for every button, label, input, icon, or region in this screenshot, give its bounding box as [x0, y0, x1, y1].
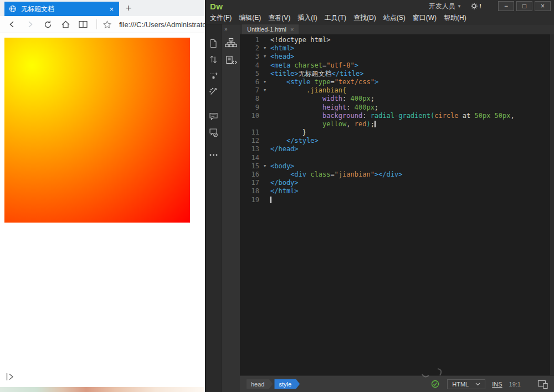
document-tab-bar: Untitled-1.html ×	[240, 24, 554, 34]
menu-item[interactable]: 插入(I)	[297, 13, 317, 23]
cursor-position: 19:1	[509, 381, 521, 388]
dw-menubar: 文件(F)编辑(E)查看(V)插入(I)工具(T)查找(D)站点(S)窗口(W)…	[206, 12, 554, 24]
favorites-star-icon[interactable]	[101, 19, 112, 29]
minimize-button[interactable]: −	[498, 1, 514, 11]
sidebar-expand-icon[interactable]	[6, 372, 16, 381]
line-number: 16	[240, 171, 259, 179]
status-bar: head style HTML INS 1	[240, 375, 554, 392]
code-text: </style>	[270, 137, 319, 145]
lint-ok-check-icon	[431, 380, 439, 388]
refresh-icon[interactable]	[42, 19, 53, 29]
fold-arrow-icon[interactable]: ▼	[259, 53, 270, 61]
expand-panels-icon[interactable]: »	[222, 24, 240, 35]
code-text: </head>	[270, 145, 299, 153]
menu-item[interactable]: 帮助(H)	[444, 13, 466, 23]
document-tab-close-icon[interactable]: ×	[290, 26, 294, 33]
fold-arrow-icon[interactable]: ▼	[259, 162, 270, 171]
code-row: 18</html>	[240, 187, 554, 195]
line-number: 13	[240, 145, 259, 153]
chevron-down-icon	[475, 383, 480, 386]
fold-gutter	[259, 61, 270, 70]
home-icon[interactable]	[60, 19, 71, 29]
code-row: 7▼ .jianbian{	[240, 86, 554, 95]
close-button[interactable]: ×	[535, 1, 551, 11]
line-number: 1	[240, 36, 259, 44]
screen-artifact	[418, 368, 451, 379]
reading-list-icon[interactable]	[78, 19, 89, 29]
doctype-dropdown[interactable]: HTML	[447, 379, 485, 389]
fold-gutter	[259, 112, 270, 120]
device-preview-icon[interactable]	[537, 380, 548, 389]
tag-selector-head[interactable]: head	[247, 379, 273, 389]
back-icon[interactable]	[7, 19, 18, 29]
code-text	[270, 196, 271, 204]
fold-gutter	[259, 145, 270, 153]
line-number	[240, 120, 259, 128]
radial-gradient-preview	[4, 38, 190, 223]
apply-comment-icon[interactable]	[209, 112, 218, 121]
fold-arrow-icon[interactable]: ▼	[259, 86, 270, 95]
code-text: </body>	[270, 179, 299, 187]
menu-item[interactable]: 查找(D)	[353, 13, 376, 23]
dom-tree-icon[interactable]	[225, 38, 237, 49]
fold-arrow-icon[interactable]: ▼	[259, 44, 270, 53]
code-text: <title>无标题文档</title>	[270, 70, 363, 78]
insert-mode-indicator[interactable]: INS	[492, 381, 502, 388]
maximize-button[interactable]: □	[516, 1, 532, 11]
menu-item[interactable]: 查看(V)	[268, 13, 290, 23]
line-number: 19	[240, 196, 259, 204]
file-transfer-arrows-icon[interactable]	[209, 55, 218, 64]
snippets-icon[interactable]	[225, 55, 237, 66]
fold-arrow-icon[interactable]: ▼	[259, 78, 270, 86]
remove-comment-icon[interactable]	[209, 128, 218, 137]
document-icon[interactable]	[209, 39, 218, 48]
code-row: 12 </style>	[240, 137, 554, 145]
menu-item[interactable]: 工具(T)	[325, 13, 346, 23]
workspace-switcher[interactable]: 开发人员 ▾	[429, 2, 461, 11]
forward-icon[interactable]	[24, 19, 35, 29]
coding-toolbar	[206, 24, 222, 392]
code-row: 4<meta charset="utf-8">	[240, 61, 554, 70]
browser-tab[interactable]: 无标题文档 ×	[4, 2, 119, 16]
sync-settings-button[interactable]: !	[470, 2, 481, 10]
code-row: 11 }	[240, 128, 554, 137]
line-number: 3	[240, 53, 259, 61]
tag-selector-style[interactable]: style	[274, 379, 300, 389]
fold-gutter	[259, 70, 270, 78]
line-number: 8	[240, 95, 259, 103]
line-number: 14	[240, 154, 259, 162]
screen: 无标题文档 × +	[0, 0, 554, 392]
menu-item[interactable]: 窗口(W)	[413, 13, 437, 23]
new-tab-button[interactable]: +	[119, 2, 138, 16]
code-text: <html>	[270, 44, 294, 53]
desktop-wallpaper-strip	[0, 387, 205, 392]
code-row: 13</head>	[240, 145, 554, 153]
line-number: 2	[240, 44, 259, 53]
code-text: </html>	[270, 187, 299, 195]
fold-gutter	[259, 196, 270, 204]
line-number: 15	[240, 162, 259, 171]
globe-icon	[9, 5, 17, 13]
brush-icon[interactable]	[209, 87, 218, 96]
line-number: 11	[240, 128, 259, 137]
window-controls: − □ ×	[496, 1, 551, 11]
nav-divider	[96, 19, 97, 29]
code-row: 9 height: 400px;	[240, 104, 554, 112]
text-cursor	[270, 197, 271, 203]
menu-item[interactable]: 文件(F)	[210, 13, 232, 23]
browser-window: 无标题文档 × +	[0, 0, 205, 387]
more-dots-icon[interactable]	[209, 153, 218, 162]
doctype-label: HTML	[452, 381, 469, 388]
code-lines[interactable]: 1<!doctype html>2▼<html>3▼<head>4<meta c…	[240, 34, 554, 375]
code-row: 6▼ <style type="text/css">	[240, 78, 554, 86]
code-row: 2▼<html>	[240, 44, 554, 53]
document-tab[interactable]: Untitled-1.html ×	[242, 24, 299, 34]
tab-close-icon[interactable]: ×	[108, 5, 115, 13]
menu-item[interactable]: 编辑(E)	[239, 13, 261, 23]
code-row: 17</body>	[240, 179, 554, 187]
menu-item[interactable]: 站点(S)	[383, 13, 406, 23]
address-bar[interactable]: file:///C:/Users/Administrator/D	[119, 20, 205, 29]
code-row: 14	[240, 154, 554, 162]
browser-nav-bar: file:///C:/Users/Administrator/D	[0, 16, 205, 33]
word-wrap-star-icon[interactable]	[209, 71, 218, 80]
